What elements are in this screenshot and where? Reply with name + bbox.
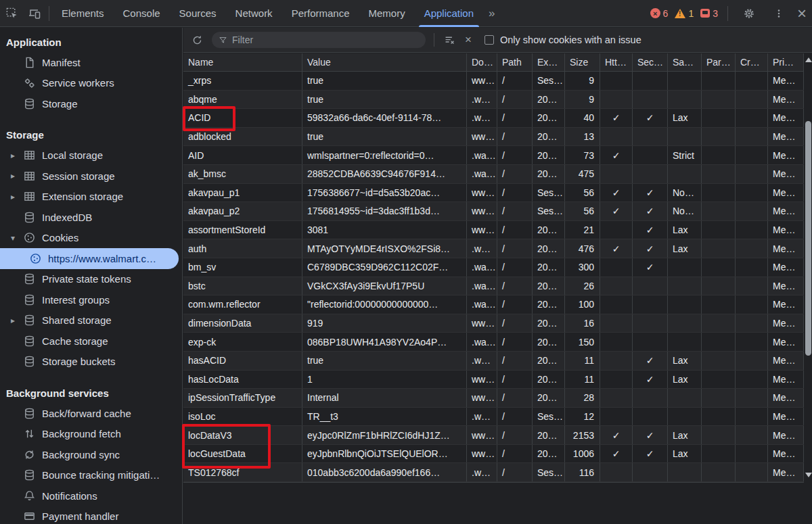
column-header-pri[interactable]: Pri… bbox=[768, 53, 804, 71]
disclosure-arrow-icon[interactable]: ▸ bbox=[11, 192, 22, 201]
settings-gear-icon[interactable] bbox=[738, 3, 761, 24]
issues-badge[interactable]: 3 bbox=[700, 8, 718, 19]
sidebar-item-bounce-tracking-mitigati[interactable]: Bounce tracking mitigati… bbox=[0, 465, 182, 486]
sidebar-item-cookies[interactable]: ▾ Cookies bbox=[0, 228, 182, 249]
scroll-down-arrow-icon[interactable] bbox=[805, 473, 812, 477]
cell-crosssite bbox=[736, 295, 768, 314]
cookie-row[interactable]: auth MTAyOTYyMDE4rISXO%2FSi8… .w… / 20… … bbox=[183, 239, 804, 258]
cookie-row[interactable]: isoLoc TR__t3 .w… / Ses… 12 Me… bbox=[183, 408, 804, 427]
sidebar-item-label: Storage bbox=[42, 98, 81, 110]
disclosure-arrow-icon[interactable]: ▸ bbox=[11, 171, 22, 181]
column-header-do[interactable]: Do… bbox=[467, 53, 497, 71]
sidebar-item-service-workers[interactable]: Service workers bbox=[0, 73, 182, 94]
cookie-row[interactable]: bm_sv C6789DBC359D962C112C02F… .wa… / 20… bbox=[183, 258, 804, 277]
sidebar-item-indexeddb[interactable]: IndexedDB bbox=[0, 207, 182, 228]
cookie-row[interactable]: locGuestData eyJpbnRlbnQiOiJTSElQUElOR… … bbox=[183, 445, 804, 464]
sidebar-item-background-sync[interactable]: Background sync bbox=[0, 444, 182, 465]
cell-crosssite bbox=[736, 389, 768, 407]
scrollbar-thumb[interactable] bbox=[805, 121, 811, 356]
column-header-par[interactable]: Par… bbox=[702, 53, 736, 71]
tab-console[interactable]: Console bbox=[114, 0, 170, 27]
tab-performance[interactable]: Performance bbox=[282, 0, 359, 27]
cookie-row[interactable]: hasLocData 1 ww… / 20… 11 ✓ Lax Me… bbox=[183, 371, 804, 389]
tab-application[interactable]: Application bbox=[415, 0, 483, 27]
tab-sources[interactable]: Sources bbox=[170, 0, 226, 27]
sidebar-item-payment-handler[interactable]: Payment handler bbox=[0, 506, 182, 524]
sidebar-item-session-storage[interactable]: ▸ Session storage bbox=[0, 166, 182, 187]
cookie-row[interactable]: _xrps true ww… / Ses… 9 Me… bbox=[183, 72, 804, 91]
close-icon[interactable]: × bbox=[797, 5, 807, 22]
cell-name: locDataV3 bbox=[183, 426, 302, 444]
cell-httponly bbox=[600, 277, 633, 295]
cookie-row[interactable]: akavpau_p1 1756386677~id=d5a53b20ac… ww…… bbox=[183, 184, 804, 203]
cookie-row[interactable]: adblocked true ww… / 20… 13 Me… bbox=[183, 128, 804, 147]
sidebar-item-manifest[interactable]: Manifest bbox=[0, 52, 182, 73]
column-header-sa[interactable]: Sa… bbox=[668, 53, 702, 71]
cell-domain: .w… bbox=[467, 91, 497, 109]
column-header-cr[interactable]: Cr… bbox=[736, 53, 768, 71]
disclosure-arrow-icon[interactable]: ▾ bbox=[11, 233, 22, 243]
cookie-row[interactable]: locDataV3 eyJpc0RlZmF1bHRlZCI6dHJ1Z… ww…… bbox=[183, 426, 804, 445]
column-header-ex[interactable]: Ex… bbox=[533, 53, 565, 71]
sidebar-item-shared-storage[interactable]: ▸ Shared storage bbox=[0, 310, 182, 331]
disclosure-arrow-icon[interactable]: ▸ bbox=[11, 316, 22, 325]
error-badge[interactable]: × 6 bbox=[650, 8, 669, 19]
cookie-row[interactable]: assortmentStoreId 3081 ww… / 20… 21 ✓ La… bbox=[183, 221, 804, 240]
sidebar-item-extension-storage[interactable]: ▸ Extension storage bbox=[0, 187, 182, 208]
sidebar-item-storage[interactable]: Storage bbox=[0, 93, 182, 114]
cookie-row[interactable]: ak_bmsc 28852CDBA6639C94676F914… .wa… / … bbox=[183, 165, 804, 184]
sidebar-item-private-state-tokens[interactable]: Private state tokens bbox=[0, 269, 182, 290]
delete-selected-icon[interactable]: × bbox=[459, 30, 478, 49]
column-header-name[interactable]: Name bbox=[183, 53, 302, 71]
cookie-row[interactable]: hasACID true .w… / 20… 11 ✓ Lax Me… bbox=[183, 352, 804, 371]
sidebar-item-local-storage[interactable]: ▸ Local storage bbox=[0, 145, 182, 166]
cookie-row[interactable]: AID wmlspartner=0:reflectorid=0… .wa… / … bbox=[183, 146, 804, 165]
tab-elements[interactable]: Elements bbox=[52, 0, 114, 27]
cookie-row[interactable]: TS012768cf 010abb3c6200da6a990ef166… .w…… bbox=[183, 463, 804, 482]
cookie-row[interactable]: ipSessionTrafficType Internal ww… / 20… … bbox=[183, 389, 804, 408]
sidebar-item-cache-storage[interactable]: Cache storage bbox=[0, 331, 182, 352]
cookie-row[interactable]: ACID 59832a66-da6c-40ef-9114-78… .w… / 2… bbox=[183, 109, 804, 128]
column-header-htt[interactable]: Htt… bbox=[600, 53, 633, 71]
column-header-sec[interactable]: Sec… bbox=[633, 53, 668, 71]
sidebar-item-back-forward-cache[interactable]: Back/forward cache bbox=[0, 403, 182, 424]
column-header-size[interactable]: Size bbox=[565, 53, 600, 71]
warning-badge[interactable]: 1 bbox=[675, 8, 694, 19]
more-tabs-icon[interactable]: » bbox=[483, 7, 500, 20]
cookie-row[interactable]: exp-ck 086BP18UWH41A98YV2Ao4P… .wa… / 20… bbox=[183, 333, 804, 352]
sidebar-item-background-fetch[interactable]: Background fetch bbox=[0, 424, 182, 445]
refresh-icon[interactable] bbox=[187, 30, 206, 49]
cell-httponly bbox=[600, 408, 633, 426]
cookie-icon bbox=[22, 231, 36, 245]
device-toolbar-icon[interactable] bbox=[23, 3, 46, 24]
cell-samesite bbox=[668, 408, 702, 426]
sidebar-item-interest-groups[interactable]: Interest groups bbox=[0, 289, 182, 310]
only-show-issue-checkbox[interactable] bbox=[484, 35, 494, 45]
sidebar-item-notifications[interactable]: Notifications bbox=[0, 485, 182, 506]
cell-samesite: Lax bbox=[668, 445, 702, 463]
tab-network[interactable]: Network bbox=[226, 0, 282, 27]
vertical-scrollbar[interactable] bbox=[804, 53, 812, 483]
scroll-up-arrow-icon[interactable] bbox=[805, 57, 812, 62]
cell-samesite: Lax bbox=[668, 426, 702, 444]
sidebar-item-storage-buckets[interactable]: Storage buckets bbox=[0, 352, 182, 373]
inspect-element-icon[interactable] bbox=[0, 3, 23, 24]
sidebar-section: Background services Back/forward cache B… bbox=[0, 383, 182, 524]
cookie-row[interactable]: bstc VGkCX3fAy3i9EkvUf17P5U .wa… / 20… 2… bbox=[183, 277, 804, 296]
menu-kebab-icon[interactable] bbox=[767, 3, 790, 24]
column-header-path[interactable]: Path bbox=[497, 53, 533, 71]
only-show-issue-label[interactable]: Only show cookies with an issue bbox=[500, 34, 641, 45]
cell-httponly: ✓ bbox=[600, 426, 633, 444]
clear-all-cookies-icon[interactable] bbox=[440, 30, 459, 49]
cookie-row[interactable]: dimensionData 919 ww… / 20… 16 Me… bbox=[183, 314, 804, 333]
tab-memory[interactable]: Memory bbox=[359, 0, 415, 27]
sidebar-item-https-www-walmart-c[interactable]: https://www.walmart.c… bbox=[0, 248, 179, 269]
cell-value: TR__t3 bbox=[302, 408, 467, 426]
cookie-row[interactable]: akavpau_p2 1756814955~id=3dac3ff1b3d… ww… bbox=[183, 202, 804, 221]
cookie-row[interactable]: abqme true .w… / 20… 9 Me… bbox=[183, 91, 804, 110]
column-header-value[interactable]: Value bbox=[302, 53, 467, 71]
cookie-row[interactable]: com.wm.reflector "reflectorid:0000000000… bbox=[183, 295, 804, 314]
filter-input[interactable] bbox=[232, 34, 419, 45]
disclosure-arrow-icon[interactable]: ▸ bbox=[11, 151, 22, 160]
filter-box[interactable] bbox=[212, 32, 426, 48]
